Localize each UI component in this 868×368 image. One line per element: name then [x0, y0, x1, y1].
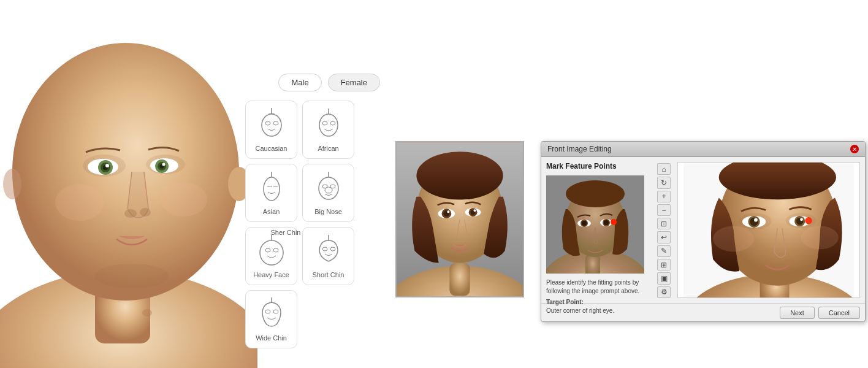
- african-label: African: [318, 145, 338, 152]
- svg-point-89: [800, 218, 803, 221]
- face-type-asian[interactable]: Asian: [245, 164, 297, 222]
- svg-point-90: [805, 217, 812, 224]
- front-image-editing-dialog: Front Image Editing ✕ Mark Feature Point…: [541, 141, 866, 322]
- svg-point-13: [155, 159, 169, 173]
- small-face-preview: [546, 175, 644, 274]
- mark-description-text: Please identify the fitting points by fo…: [546, 278, 650, 296]
- svg-point-35: [319, 177, 338, 199]
- svg-point-47: [265, 310, 270, 313]
- target-point-value: Outer corner of right eye.: [546, 307, 614, 314]
- svg-point-14: [158, 162, 166, 171]
- female-gender-button[interactable]: Female: [328, 74, 380, 91]
- svg-point-20: [55, 184, 104, 221]
- svg-point-67: [566, 180, 625, 207]
- cancel-button[interactable]: Cancel: [818, 307, 860, 319]
- wide-chin-label: Wide Chin: [256, 334, 287, 342]
- rotate-tool-button[interactable]: ↻: [657, 177, 671, 188]
- svg-point-31: [264, 177, 280, 201]
- caucasian-label: Caucasian: [256, 145, 287, 152]
- svg-point-12: [150, 158, 178, 173]
- svg-point-16: [162, 163, 166, 166]
- face-selector-panel: Male Female Caucasian Afr: [208, 74, 380, 348]
- dialog-toolbar: ⌂ ↻ + − ⊡ ↩ ✎ ⊞ ▣ ⚙: [655, 162, 672, 298]
- next-button[interactable]: Next: [780, 307, 815, 319]
- svg-point-48: [273, 310, 278, 313]
- svg-point-4: [3, 169, 21, 199]
- svg-point-24: [265, 121, 270, 125]
- svg-rect-52: [449, 263, 470, 296]
- dialog-close-button[interactable]: ✕: [850, 145, 859, 153]
- dialog-titlebar: Front Image Editing ✕: [541, 142, 865, 157]
- photo-tool-button[interactable]: ▣: [657, 272, 671, 284]
- svg-point-19: [95, 264, 169, 288]
- svg-point-2: [12, 43, 239, 301]
- heavy-face-label: Heavy Face: [253, 271, 289, 278]
- undo-tool-button[interactable]: ↩: [657, 231, 671, 243]
- dialog-title-text: Front Image Editing: [547, 145, 612, 153]
- svg-point-5: [83, 155, 126, 177]
- photo-face-image: [397, 142, 523, 296]
- svg-point-85: [754, 218, 758, 222]
- male-gender-button[interactable]: Male: [278, 74, 321, 91]
- svg-point-8: [98, 160, 113, 175]
- face-type-african[interactable]: African: [302, 101, 354, 159]
- dialog-left-panel: Mark Feature Points: [546, 162, 650, 298]
- face-type-wide-chin[interactable]: Wide Chin: [245, 290, 297, 348]
- brush-tool-button[interactable]: ✎: [657, 245, 671, 257]
- photo-panel: [395, 141, 524, 297]
- svg-rect-65: [585, 254, 600, 274]
- big-nose-face-icon: [313, 171, 344, 208]
- zoom-in-tool-button[interactable]: +: [657, 191, 671, 202]
- svg-point-44: [322, 247, 327, 251]
- wide-chin-face-icon: [256, 297, 287, 334]
- svg-point-73: [604, 220, 609, 225]
- svg-point-21: [161, 182, 207, 217]
- heavy-face-icon: [256, 234, 287, 271]
- grid-tool-button[interactable]: ⊞: [657, 259, 671, 270]
- svg-point-15: [160, 164, 164, 169]
- sher-chin-label: Sher Chin: [255, 229, 316, 236]
- svg-point-62: [474, 209, 476, 212]
- settings-tool-button[interactable]: ⚙: [657, 286, 671, 298]
- target-point-label: Target Point:: [546, 299, 584, 305]
- svg-point-41: [265, 248, 270, 252]
- svg-point-29: [330, 121, 335, 125]
- large-face-preview[interactable]: [677, 162, 860, 298]
- svg-point-11: [105, 164, 109, 167]
- svg-point-7: [88, 159, 118, 175]
- svg-point-38: [325, 187, 332, 193]
- svg-point-91: [713, 226, 754, 251]
- zoom-out-tool-button[interactable]: −: [657, 204, 671, 216]
- svg-point-23: [262, 114, 281, 136]
- svg-point-70: [582, 221, 587, 226]
- short-chin-label: Short Chin: [313, 271, 345, 278]
- fit-tool-button[interactable]: ⊡: [657, 218, 671, 229]
- svg-rect-1: [95, 282, 150, 343]
- face-type-big-nose[interactable]: Big Nose: [302, 164, 354, 222]
- face-type-caucasian[interactable]: Caucasian: [245, 101, 297, 159]
- svg-point-9: [101, 163, 110, 172]
- svg-point-54: [416, 151, 503, 199]
- mark-feature-points-title: Mark Feature Points: [546, 162, 650, 171]
- svg-point-42: [273, 248, 278, 252]
- short-chin-face-icon: [313, 234, 344, 271]
- svg-point-58: [447, 210, 449, 213]
- asian-label: Asian: [263, 208, 280, 215]
- svg-point-25: [273, 121, 278, 125]
- african-face-icon: [313, 108, 344, 145]
- svg-point-17: [124, 209, 137, 218]
- svg-point-10: [103, 165, 108, 170]
- svg-point-74: [611, 219, 617, 225]
- svg-point-40: [260, 240, 283, 265]
- svg-point-18: [140, 208, 151, 217]
- svg-point-92: [801, 226, 839, 249]
- svg-point-6: [146, 155, 185, 174]
- big-nose-label: Big Nose: [314, 208, 342, 215]
- svg-point-28: [322, 121, 327, 125]
- target-point-text: Target Point: Outer corner of right eye.: [546, 298, 650, 315]
- dialog-body: Mark Feature Points: [541, 157, 865, 303]
- svg-point-27: [319, 114, 338, 136]
- home-tool-button[interactable]: ⌂: [657, 163, 671, 175]
- svg-point-45: [330, 247, 335, 251]
- caucasian-face-icon: [256, 108, 287, 145]
